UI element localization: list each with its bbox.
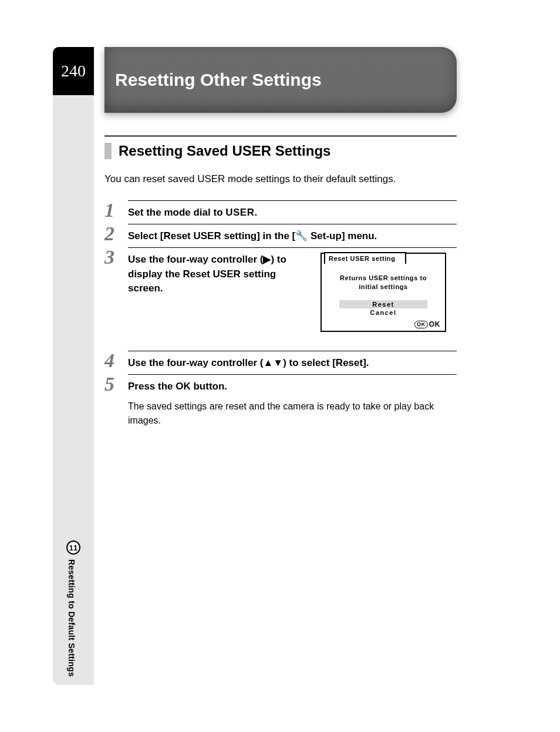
lcd-tab-title: Reset USER setting [324, 252, 406, 264]
step-heading: Press the OK button. [128, 380, 457, 394]
step-2: 2 Select [Reset USER setting] in the [🔧 … [104, 224, 457, 244]
step-heading: Use the four-way controller (▶) to displ… [128, 253, 310, 296]
lcd-inner: Returns USER settings to initial setting… [322, 264, 445, 318]
step1-text-pre: Set the mode dial to [128, 207, 225, 218]
side-chapter-label: 11 Resetting to Default Settings [66, 540, 80, 677]
spacer [104, 332, 457, 347]
step-description: The saved settings are reset and the cam… [128, 399, 457, 427]
step-number: 3 [104, 247, 117, 332]
step-body: Use the four-way controller (▲▼) to sele… [128, 351, 457, 371]
step-number: 2 [104, 224, 117, 244]
step5-text-pre: Press the [128, 381, 176, 392]
step-heading: Set the mode dial to USER. [128, 206, 457, 220]
step-body: Select [Reset USER setting] in the [🔧 Se… [128, 224, 457, 244]
lcd-footer: OKOK [322, 318, 445, 328]
ok-badge-icon: OK [414, 321, 428, 328]
lcd-message-line2: initial settings [359, 283, 408, 290]
lcd-screen-mock: Reset USER setting Returns USER settings… [321, 253, 446, 332]
step-4: 4 Use the four-way controller (▲▼) to se… [104, 351, 457, 371]
step-1: 1 Set the mode dial to USER. [104, 200, 457, 220]
section-heading-text: Resetting Saved USER Settings [104, 143, 457, 159]
step-number: 1 [104, 200, 117, 220]
chapter-title-bar: Resetting Other Settings [104, 47, 457, 113]
lcd-message: Returns USER settings to initial setting… [326, 274, 440, 292]
ok-button-label: OK [176, 381, 191, 392]
step-body: Press the OK button. The saved settings … [128, 374, 457, 427]
intro-text: You can reset saved USER mode settings t… [104, 173, 457, 185]
manual-page: 240 Resetting Other Settings Resetting S… [0, 0, 560, 732]
lcd-option-reset: Reset [339, 300, 427, 308]
step-3: 3 Use the four-way controller (▶) to dis… [104, 247, 457, 332]
page-number: 240 [61, 62, 86, 80]
side-chapter-text: Resetting to Default Settings [66, 559, 76, 677]
step-list: 1 Set the mode dial to USER. 2 Select [R… [104, 197, 457, 427]
step-body: Set the mode dial to USER. [128, 200, 457, 220]
section-heading: Resetting Saved USER Settings [104, 135, 457, 159]
step-heading: Use the four-way controller (▲▼) to sele… [128, 356, 457, 371]
lcd-footer-ok: OK [429, 320, 440, 328]
step-heading: Select [Reset USER setting] in the [🔧 Se… [128, 229, 457, 244]
step-number: 5 [104, 374, 117, 427]
step-5: 5 Press the OK button. The saved setting… [104, 374, 457, 427]
lcd-option-cancel: Cancel [326, 308, 440, 317]
step1-text-post: . [254, 207, 257, 218]
lcd-message-line1: Returns USER settings to [340, 274, 427, 281]
step5-text-post: button. [191, 381, 227, 392]
step-body: Use the four-way controller (▶) to displ… [128, 247, 457, 332]
chapter-number-badge: 11 [66, 540, 80, 555]
mode-dial-user-label: USER [225, 207, 254, 218]
step-number: 4 [104, 351, 117, 371]
chapter-title: Resetting Other Settings [115, 70, 322, 90]
page-number-box: 240 [53, 47, 94, 95]
